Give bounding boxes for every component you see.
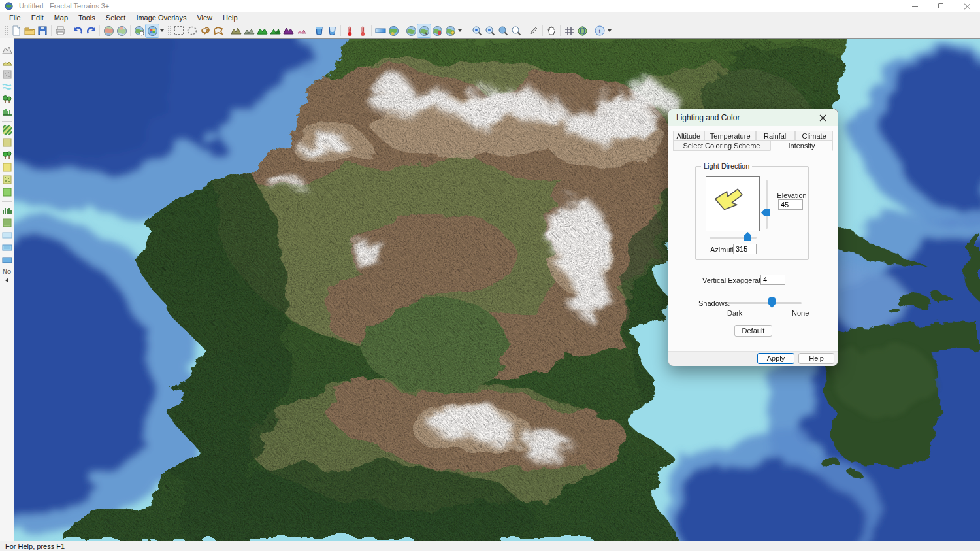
tool-pencil-button[interactable] <box>527 24 540 37</box>
redo-button[interactable] <box>84 24 97 37</box>
tool-mountain-tan-button[interactable] <box>229 24 242 37</box>
water-shallow-button[interactable] <box>1 229 13 241</box>
image-overlay-button[interactable] <box>146 24 159 37</box>
terrain-hills-button[interactable] <box>1 56 13 68</box>
menu-tools[interactable]: Tools <box>73 13 101 22</box>
dialog-title-bar[interactable]: Lighting and Color <box>668 109 838 126</box>
tab-rainfall[interactable]: Rainfall <box>756 131 795 141</box>
tool-colorbar-button[interactable] <box>374 24 387 37</box>
open-file-button[interactable] <box>23 24 36 37</box>
zoom-in-button[interactable] <box>470 24 483 37</box>
vertical-exaggeration-input[interactable] <box>760 275 785 285</box>
undo-button[interactable] <box>71 24 84 37</box>
light-direction-group: Light Direction Elevation Azimuth <box>695 166 809 260</box>
elevation-input[interactable] <box>778 199 803 210</box>
water-deep-button[interactable] <box>1 254 13 266</box>
globe-graticule-button[interactable] <box>576 24 589 37</box>
restore-button[interactable] <box>928 0 954 12</box>
azimuth-slider-thumb[interactable] <box>744 232 751 241</box>
terrain-forest-button[interactable] <box>1 93 13 105</box>
light-direction-pad[interactable] <box>706 176 760 231</box>
select-lasso-button[interactable] <box>199 24 212 37</box>
view-globe-3-button[interactable] <box>431 24 444 37</box>
default-button[interactable]: Default <box>734 325 772 337</box>
terrain-dark-grass-icon <box>2 207 12 214</box>
tool-water-empty-button[interactable] <box>325 24 338 37</box>
view-globe-dropdown[interactable] <box>458 29 462 32</box>
select-rectangle-icon <box>174 26 184 35</box>
menu-help[interactable]: Help <box>218 13 243 22</box>
new-file-button[interactable] <box>10 24 23 37</box>
paint-green-button[interactable] <box>1 186 13 198</box>
tab-temperature[interactable]: Temperature <box>704 131 757 141</box>
elevation-slider-thumb[interactable] <box>761 209 770 216</box>
tool-temperature-up-button[interactable] <box>343 24 356 37</box>
close-button[interactable] <box>954 0 980 12</box>
paint-forest-button[interactable] <box>1 149 13 161</box>
select-ellipse-button[interactable] <box>186 24 199 37</box>
menu-select[interactable]: Select <box>101 13 131 22</box>
dialog-close-button[interactable] <box>814 112 831 124</box>
water-medium-button[interactable] <box>1 242 13 254</box>
tab-select-coloring-scheme[interactable]: Select Coloring Scheme <box>673 141 770 151</box>
help-button[interactable]: Help <box>798 353 834 364</box>
tool-mountain-pink-button[interactable] <box>295 24 308 37</box>
globe-colored-2-button[interactable] <box>115 24 128 37</box>
tab-climate[interactable]: Climate <box>795 131 833 141</box>
paint-yellow-button[interactable] <box>1 161 13 173</box>
tool-temperature-up-icon <box>346 25 353 37</box>
minimize-button[interactable] <box>902 0 928 12</box>
zoom-out-button[interactable] <box>483 24 497 37</box>
shadows-slider-track[interactable] <box>728 302 802 304</box>
select-polygon-button[interactable] <box>212 24 225 37</box>
globe-colored-1-button[interactable] <box>102 24 115 37</box>
print-button[interactable] <box>54 24 67 37</box>
tool-temperature-down-button[interactable] <box>356 24 369 37</box>
paint-olive-button[interactable] <box>1 137 13 148</box>
info-dropdown[interactable] <box>608 29 612 32</box>
tab-altitude[interactable]: Altitude <box>673 131 704 141</box>
toolbar-grip-3[interactable] <box>465 25 468 36</box>
view-globe-1-button[interactable] <box>404 24 417 37</box>
tab-intensity[interactable]: Intensity <box>770 141 833 151</box>
tool-pan-hand-button[interactable] <box>545 24 558 37</box>
terrain-rocky-button[interactable] <box>1 69 13 80</box>
image-overlay-dropdown[interactable] <box>160 29 164 32</box>
tool-mountain-green-button[interactable] <box>255 24 269 37</box>
elevation-slider-track[interactable] <box>766 180 768 229</box>
shadows-slider-thumb[interactable] <box>768 297 776 308</box>
save-file-button[interactable] <box>36 24 49 37</box>
tool-globe-painted-button[interactable] <box>387 24 400 37</box>
paint-dotted-button[interactable] <box>1 174 13 186</box>
restore-icon <box>938 3 943 8</box>
menu-edit[interactable]: Edit <box>26 13 49 22</box>
zoom-region-button[interactable] <box>497 24 510 37</box>
paint-stripes-button[interactable] <box>1 124 13 136</box>
menu-image-overlays[interactable]: Image Overlays <box>131 13 191 22</box>
tool-mountain-trees-button[interactable] <box>269 24 282 37</box>
toolbar-grip-2[interactable] <box>167 25 171 36</box>
tool-water-fill-icon <box>314 25 324 36</box>
info-button[interactable]: i <box>593 24 606 37</box>
tool-water-fill-button[interactable] <box>312 24 325 37</box>
globe-find-button[interactable] <box>133 24 146 37</box>
menu-file[interactable]: File <box>4 13 26 22</box>
tool-mountain-purple-button[interactable] <box>282 24 295 37</box>
terrain-swamp-button[interactable] <box>1 106 13 118</box>
paint-textured-green-button[interactable] <box>1 217 13 229</box>
tool-mountain-gray-button[interactable] <box>242 24 255 37</box>
menu-view[interactable]: View <box>191 13 218 22</box>
view-globe-4-button[interactable] <box>444 24 457 37</box>
terrain-mountains-button[interactable] <box>1 44 13 56</box>
terrain-ice-button[interactable] <box>1 81 13 93</box>
terrain-dark-grass-button[interactable] <box>1 205 13 216</box>
menu-map[interactable]: Map <box>49 13 73 22</box>
select-rectangle-button[interactable] <box>172 24 186 37</box>
grid-toggle-button[interactable] <box>563 24 576 37</box>
view-globe-2-button[interactable] <box>417 24 431 37</box>
apply-button[interactable]: Apply <box>757 353 794 364</box>
toolbar-grip[interactable] <box>5 25 8 36</box>
azimuth-input[interactable] <box>733 244 757 254</box>
zoom-actual-button[interactable] <box>510 24 523 37</box>
collapse-arrow-icon[interactable] <box>5 278 8 283</box>
